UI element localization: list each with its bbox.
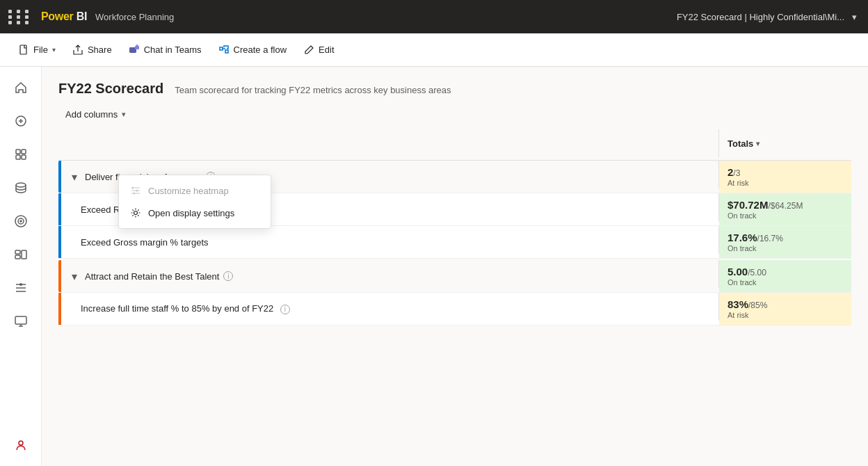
svg-rect-6 [22, 150, 26, 154]
add-columns-label: Add columns [65, 109, 118, 120]
group-row-talent: ▾ Attract and Retain the Best Talent i 5… [58, 260, 851, 293]
share-label: Share [88, 45, 112, 55]
totals-cell-fulltime: 83%/85% At risk [719, 293, 851, 325]
top-bar: Power BI Workforce Planning FY22 Scoreca… [0, 0, 868, 33]
metric-label-gross-margin: Exceed Gross margin % targets [81, 237, 209, 248]
totals-cell-gross-margin: 17.6%/16.7% On track [719, 226, 851, 258]
column-header-row: Totals ▾ [58, 129, 851, 161]
file-label: File [33, 45, 48, 55]
group-expand-financial[interactable]: ▾ [70, 172, 79, 182]
dropdown-item-customize: Customize heatmap [119, 179, 271, 202]
totals-value-financial: 2/3 [728, 166, 843, 178]
svg-point-18 [19, 441, 23, 445]
totals-status-revenue: On track [728, 211, 843, 220]
svg-rect-8 [22, 155, 26, 159]
svg-point-21 [134, 193, 136, 195]
totals-value-revenue: $70.72M/$64.25M [728, 199, 843, 211]
svg-point-3 [136, 45, 138, 47]
share-button[interactable]: Share [65, 40, 119, 60]
add-columns-chevron: ▾ [122, 110, 126, 119]
dropdown-menu: Customize heatmap Open display settings [118, 175, 271, 229]
svg-point-12 [20, 220, 22, 222]
totals-status-financial: At risk [728, 179, 843, 187]
create-flow-button[interactable]: Create a flow [211, 40, 294, 60]
totals-status-fulltime: At risk [728, 311, 843, 319]
metric-content-gross-margin: Exceed Gross margin % targets [61, 226, 718, 258]
edit-icon [303, 45, 314, 56]
totals-number-fulltime: 83% [728, 298, 748, 310]
sidebar-item-apps[interactable] [6, 273, 36, 303]
totals-value-talent: 5.00/5.00 [728, 266, 843, 278]
report-title: Workforce Planning [95, 12, 174, 22]
sidebar-item-goals[interactable] [6, 206, 36, 236]
svg-rect-5 [16, 150, 20, 154]
svg-point-19 [132, 187, 134, 189]
metric-row-gross-margin: Exceed Gross margin % targets 17.6%/16.7… [58, 226, 851, 259]
chat-teams-button[interactable]: Chat in Teams [122, 40, 209, 60]
totals-number-talent: 5.00 [728, 266, 748, 278]
sidebar-item-home[interactable] [6, 72, 36, 103]
add-columns-row: Add columns ▾ Customize heatmap [42, 105, 868, 129]
share-icon [72, 45, 83, 56]
svg-rect-14 [15, 255, 20, 259]
main-layout: FY22 Scorecard Team scorecard for tracki… [0, 67, 868, 466]
file-button[interactable]: File ▾ [11, 40, 63, 60]
group-label-talent: Attract and Retain the Best Talent i [85, 271, 233, 282]
edit-label: Edit [319, 45, 334, 55]
app-grid-icon[interactable] [8, 10, 31, 24]
sidebar-item-monitor[interactable] [6, 306, 36, 337]
file-chevron[interactable]: ▾ [52, 46, 56, 54]
sidebar-item-people[interactable] [6, 430, 36, 460]
flow-icon [218, 45, 230, 56]
customize-icon [130, 185, 141, 196]
chat-teams-label: Chat in Teams [144, 45, 202, 55]
metric-content-fulltime: Increase full time staff % to 85% by end… [61, 293, 718, 325]
svg-point-22 [134, 211, 138, 215]
metric-label-fulltime: Increase full time staff % to 85% by end… [81, 303, 290, 314]
totals-cell-talent: 5.00/5.00 On track [719, 260, 851, 292]
totals-cell-financial: 2/3 At risk [719, 161, 851, 193]
add-columns-button[interactable]: Add columns ▾ [58, 105, 133, 124]
breadcrumb-chevron[interactable]: ▾ [849, 11, 860, 22]
file-icon [18, 45, 29, 56]
app-logo: Power BI [41, 10, 87, 23]
totals-fraction-gross-margin: /16.7% [757, 234, 783, 243]
svg-rect-0 [20, 45, 26, 54]
scorecard-description: Team scorecard for tracking FY22 metrics… [175, 85, 451, 95]
breadcrumb-text: FY22 Scorecard | Highly Confidential\Mi.… [677, 12, 844, 22]
customize-heatmap-label: Customize heatmap [148, 186, 229, 196]
totals-fraction-revenue: /$64.25M [768, 201, 803, 211]
totals-number-revenue: $70.72M [728, 199, 768, 211]
info-icon-fulltime[interactable]: i [280, 305, 290, 314]
totals-label: Totals [728, 138, 753, 149]
svg-point-16 [19, 283, 22, 286]
sidebar-item-create[interactable] [6, 106, 36, 136]
edit-button[interactable]: Edit [296, 40, 341, 60]
svg-rect-13 [15, 250, 20, 254]
totals-fraction-talent: /5.00 [748, 268, 766, 278]
settings-icon [130, 207, 141, 218]
group-expand-talent[interactable]: ▾ [70, 271, 79, 281]
svg-rect-15 [22, 250, 26, 259]
totals-column-header[interactable]: Totals ▾ [719, 133, 851, 154]
svg-rect-17 [15, 316, 26, 324]
create-flow-label: Create a flow [234, 45, 287, 55]
svg-rect-7 [16, 155, 20, 159]
totals-fraction-fulltime: /85% [748, 300, 767, 310]
totals-status-gross-margin: On track [728, 244, 843, 252]
toolbar: File ▾ Share Chat in Teams Create a flow… [0, 33, 868, 67]
svg-point-9 [16, 183, 26, 187]
totals-status-talent: On track [728, 278, 843, 287]
info-icon-talent[interactable]: i [223, 271, 233, 281]
totals-value-gross-margin: 17.6%/16.7% [728, 232, 843, 243]
metric-row-fulltime: Increase full time staff % to 85% by end… [58, 293, 851, 326]
sidebar-item-dashboard[interactable] [6, 239, 36, 270]
totals-chevron: ▾ [756, 140, 760, 147]
sidebar-item-browse[interactable] [6, 139, 36, 170]
sidebar-item-data[interactable] [6, 172, 36, 203]
totals-number-gross-margin: 17.6% [728, 232, 757, 243]
dropdown-item-display-settings[interactable]: Open display settings [119, 202, 271, 224]
group-label-text-talent: Attract and Retain the Best Talent [85, 271, 219, 282]
teams-icon [129, 45, 140, 56]
sidebar [0, 67, 42, 466]
